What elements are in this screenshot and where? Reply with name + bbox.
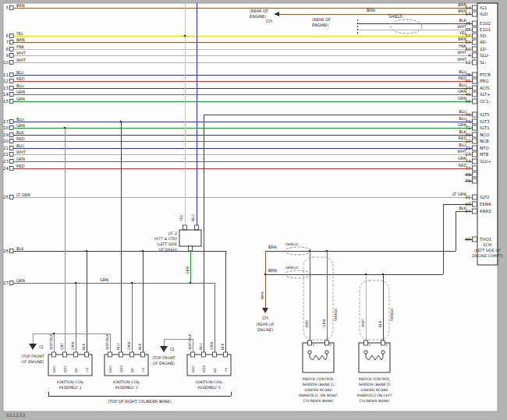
wire-color-label: GRY <box>60 343 64 350</box>
left-wire-tick <box>10 48 14 51</box>
ecm-pin-signal: IGT1 <box>480 125 490 130</box>
wire-color-label: RED <box>16 136 25 141</box>
ecm-pin-signal: 5D- <box>480 34 488 38</box>
wire-color-label: GRN <box>16 278 25 283</box>
shield-label: SHIELD <box>285 242 299 246</box>
left-wire-number: 9 <box>6 53 9 58</box>
ecm-pin-box <box>473 159 477 164</box>
wire-color-label: BLU <box>459 143 466 147</box>
wire-color-label: BRN <box>16 37 25 42</box>
wire-color-label: PNK <box>16 44 25 49</box>
shield-label: SHIELD <box>390 308 394 321</box>
coil-caption: ASSEMBLY 1 <box>58 386 81 390</box>
sensor-pin <box>325 341 329 345</box>
wire-color-label: WHT <box>457 149 467 154</box>
ecm-pin-signal: IGT5 <box>480 112 490 117</box>
wire-color-label: BLU <box>199 343 203 350</box>
junction-dot <box>184 35 186 37</box>
wire-color-label: GRN <box>458 122 466 127</box>
wire-color-label: BLK <box>16 130 24 135</box>
wire-color-label: WHT <box>361 319 365 327</box>
ch-connector-label: CH <box>266 19 272 23</box>
wire-color-label: BLU <box>459 116 466 121</box>
ch-connector-label: CH <box>262 316 268 320</box>
knock-sensor-caption: SENSOR (BANK 2) <box>358 383 390 386</box>
wire-color-label: BLU <box>459 83 466 87</box>
shield-label: SHIELD <box>285 266 299 270</box>
ecm-pin-signal: IGT3 <box>480 119 490 124</box>
wire-color-label: GRN <box>322 319 326 327</box>
left-wire-number: 19 <box>3 132 9 137</box>
junction-dot <box>309 250 311 252</box>
ecm-pin-signal: SLU- <box>480 53 489 58</box>
left-wire-number: 5 <box>6 5 9 10</box>
wire-color-label: WHT <box>16 58 27 62</box>
ecm-pin-signal: EKNK <box>480 202 491 206</box>
wire-color-label: GRN <box>127 342 131 350</box>
wire-color-label: BLU <box>459 109 466 114</box>
wire-color-label: BLU <box>191 214 195 221</box>
coil-pin-label: IGT3 <box>119 365 123 372</box>
wire-color-label: GRN <box>16 123 25 128</box>
ecm-pin-box <box>473 60 477 65</box>
ecm-pin-signal: SLU+ <box>480 159 491 164</box>
wire-color-label: BLU <box>459 69 466 74</box>
coil-pin-label: IGT5 <box>202 365 206 372</box>
left-wire-tick <box>10 93 14 97</box>
wire-color-label: YEL <box>16 31 23 36</box>
ecm-pin-number: 4 <box>468 53 471 58</box>
wire-color-label: YEL <box>179 214 183 222</box>
left-wire-tick <box>10 120 14 124</box>
coil-pin <box>224 352 228 357</box>
left-wire-tick <box>10 139 14 143</box>
ecm-pin-box <box>473 5 477 10</box>
ecm-pin-signal: NCB <box>480 139 489 143</box>
wire-color-label: BRN <box>458 37 466 41</box>
junction-dot <box>190 282 192 284</box>
rear-of-engine-label: ENGINE) <box>250 14 266 19</box>
ecm-label: (LEFT SIDE OF <box>474 249 501 252</box>
coil-caption: IGNITION COIL <box>113 380 140 384</box>
bank-caption: (TOP OF RIGHT CYLINDER BANK) <box>108 399 172 404</box>
ecm-pin-signal: PRG <box>480 79 488 83</box>
ecm-pin-box <box>473 178 477 183</box>
wire-color-label: BLK <box>378 319 382 327</box>
ecm-pin-box <box>473 139 477 143</box>
ecm-pin-number: 66 <box>466 237 471 242</box>
coil-pin-label: GND <box>52 365 56 372</box>
left-wire-number: 10 <box>3 60 9 65</box>
left-wire-number: 12 <box>3 79 9 83</box>
coil-pin-label: IGF <box>130 367 134 372</box>
left-wire-number: 17 <box>3 119 9 124</box>
coil-pin-label: IGF <box>74 367 78 372</box>
wire-color-label: WHT <box>457 24 467 29</box>
ecm-pin-box <box>473 146 477 150</box>
coil-pin-label: IGF <box>213 367 217 372</box>
wire-color-label: RED <box>305 319 309 327</box>
knock-sensor-caption: SENSOR (BANK 1) <box>302 383 334 386</box>
knock-sensor-caption: KNOCK CONTROL <box>359 377 391 381</box>
wire-color-label: BLU <box>16 83 24 88</box>
coil-pin <box>130 352 134 357</box>
left-wire-tick <box>10 146 14 150</box>
wire-color-label: WHT/BLK <box>188 333 192 350</box>
wire-color-label: WHT/BLK <box>49 333 53 350</box>
knock-sensor-caption: MANIFOLD, ON RIGHT <box>299 394 338 397</box>
wire-color-label: WHT <box>457 57 467 62</box>
left-wire-number: 23 <box>3 159 9 164</box>
ground-caption: OF ENGINE) <box>153 362 175 365</box>
junction-dot <box>131 282 133 284</box>
coil-caption: ASSEMBLY 3 <box>115 386 137 390</box>
left-wire-number: 26 <box>3 249 9 253</box>
left-wire-tick <box>10 281 14 285</box>
wire-color-label: RED <box>16 164 25 168</box>
wire-color-label: GRN <box>458 96 466 101</box>
ecm-pin-signal: NTB <box>480 152 488 157</box>
left-wire-number: 21 <box>3 146 9 150</box>
wire-color-label: BRN <box>458 2 466 7</box>
coil-pin <box>191 352 195 357</box>
coil-pin-label: GND <box>108 365 112 372</box>
wire-color-label: RED <box>459 136 467 140</box>
sensor-pin <box>308 341 312 345</box>
wiring-diagram-canvas: 5BRN6YEL7BRN8PNK9WHT10WHT11BLU12RED13BLU… <box>0 0 507 420</box>
